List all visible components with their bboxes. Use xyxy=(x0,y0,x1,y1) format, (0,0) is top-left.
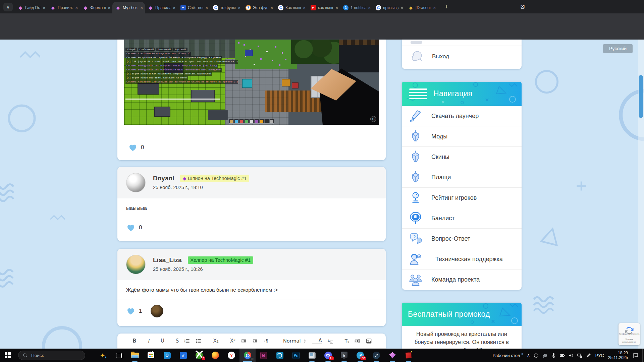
tab-close-icon[interactable]: × xyxy=(205,5,208,10)
taskbar-app-icon[interactable] xyxy=(304,349,320,362)
nav-menu-item[interactable]: Плащи xyxy=(402,167,522,188)
nav-menu-item[interactable]: Команда проекта xyxy=(402,269,522,290)
tray-chevron-icon[interactable]: ∧ xyxy=(527,353,530,358)
editor-toolbar-button[interactable]: ¶ xyxy=(263,337,270,345)
taskbar-app-icon[interactable]: 9+ xyxy=(320,349,336,362)
show-desktop-button[interactable] xyxy=(642,349,644,362)
editor-toolbar-button[interactable]: A xyxy=(327,337,333,345)
post-author[interactable]: Doyani xyxy=(153,175,174,182)
nav-menu-item[interactable]: ? Вопрос-Ответ xyxy=(402,229,522,249)
tab-close-icon[interactable]: × xyxy=(140,5,143,10)
start-button[interactable] xyxy=(5,352,11,358)
taskbar-app-icon[interactable] xyxy=(223,349,239,362)
editor-toolbar-button[interactable]: X₂ xyxy=(207,337,218,345)
tab-close-icon[interactable]: × xyxy=(238,5,240,10)
scrollbar-thumb[interactable] xyxy=(639,75,643,118)
taskbar-app-icon[interactable] xyxy=(368,349,384,362)
nav-menu-item[interactable]: Моды xyxy=(402,126,522,147)
taskbar-app-icon[interactable] xyxy=(384,349,400,362)
notification-center-icon[interactable] xyxy=(633,352,639,358)
new-tab-button[interactable]: + xyxy=(442,3,451,11)
tray-icon[interactable] xyxy=(568,353,574,358)
language-button[interactable]: Русский xyxy=(603,44,633,53)
tray-icon[interactable] xyxy=(542,353,548,358)
logout-item[interactable]: Выход xyxy=(411,50,449,64)
like-heart-icon[interactable] xyxy=(126,223,136,232)
window-control-button[interactable]: ✕ xyxy=(513,0,533,13)
toolbar-overflow-icon[interactable]: » xyxy=(521,352,524,356)
tray-icon[interactable] xyxy=(533,353,539,358)
recaptcha-badge[interactable]: Конфиденциальность ·Условия использовани… xyxy=(619,323,640,345)
browser-tab[interactable]: [Draconic × xyxy=(405,2,438,13)
post-author[interactable]: Lisa_Liza xyxy=(153,256,182,264)
editor-toolbar-button[interactable] xyxy=(252,337,258,345)
taskbar-app-icon[interactable] xyxy=(272,349,288,362)
taskbar-app-icon[interactable] xyxy=(111,349,127,362)
minecraft-screenshot[interactable]: ОбщийГлобальныйЛокальныйТорговый Система… xyxy=(124,40,379,125)
nav-menu-item[interactable]: Скачать лаунчер xyxy=(402,106,522,126)
tab-close-icon[interactable]: × xyxy=(75,5,78,10)
like-heart-icon[interactable] xyxy=(126,306,136,316)
browser-tab[interactable]: Счёт попо × xyxy=(177,2,210,13)
taskbar-clock[interactable]: 18:29 25.11.2025 xyxy=(608,351,628,360)
taskbar-app-icon[interactable] xyxy=(239,349,256,362)
taskbar-app-icon[interactable]: .33 xyxy=(352,349,368,362)
tab-close-icon[interactable]: × xyxy=(108,5,110,10)
taskbar-app-icon[interactable] xyxy=(336,349,352,362)
editor-toolbar-button[interactable]: Normal xyxy=(275,337,307,345)
keyboard-language[interactable]: РУС xyxy=(595,353,604,358)
tray-icon[interactable] xyxy=(551,353,556,358)
nav-menu-item[interactable]: Скины xyxy=(402,147,522,167)
editor-toolbar-button[interactable]: B xyxy=(126,337,136,345)
browser-tab[interactable]: призыв др × xyxy=(373,2,405,13)
nav-menu-item[interactable]: Рейтинг игроков xyxy=(402,188,522,208)
browser-tab[interactable]: 1 notificati × xyxy=(340,2,373,13)
nav-menu-item[interactable]: Банлист xyxy=(402,208,522,229)
tab-search-button[interactable]: ∨ xyxy=(3,3,13,11)
editor-toolbar-button[interactable]: A xyxy=(312,338,322,344)
browser-tab[interactable]: то функци × xyxy=(210,2,243,13)
taskbar-app-icon[interactable] xyxy=(143,349,159,362)
browser-tab[interactable]: Форма по × xyxy=(80,2,112,13)
taskbar-app-icon[interactable] xyxy=(95,349,111,362)
avatar[interactable] xyxy=(126,255,146,274)
tab-close-icon[interactable]: × xyxy=(43,5,45,10)
tab-close-icon[interactable]: × xyxy=(335,5,338,10)
tab-close-icon[interactable]: × xyxy=(433,5,436,10)
taskbar-app-icon[interactable] xyxy=(288,349,304,362)
editor-toolbar-button[interactable]: I xyxy=(141,337,149,345)
nav-menu-item[interactable]: Техническая поддержка xyxy=(402,249,522,269)
browser-tab[interactable]: Правила и × xyxy=(47,2,80,13)
like-heart-icon[interactable] xyxy=(128,143,138,152)
tab-close-icon[interactable]: × xyxy=(270,5,273,10)
browser-tab[interactable]: Мут без пр × xyxy=(112,2,145,13)
editor-toolbar-button[interactable]: T xyxy=(338,337,350,345)
taskbar-app-icon[interactable] xyxy=(207,349,223,362)
browser-tab[interactable]: Правила и × xyxy=(145,2,177,13)
editor-toolbar-button[interactable] xyxy=(354,337,361,345)
tab-close-icon[interactable]: × xyxy=(303,5,306,10)
editor-toolbar-button[interactable]: 123 xyxy=(184,337,190,345)
taskbar-app-icon[interactable] xyxy=(175,349,191,362)
editor-toolbar-button[interactable] xyxy=(240,337,247,345)
liker-avatar[interactable] xyxy=(151,305,163,317)
tray-icon[interactable] xyxy=(577,353,583,358)
browser-tab[interactable]: Как включ × xyxy=(275,2,308,13)
avatar[interactable] xyxy=(126,173,146,192)
taskbar-search[interactable]: Поиск xyxy=(18,351,85,360)
browser-tab[interactable]: Гайд Drac × xyxy=(15,2,47,13)
tray-icon[interactable] xyxy=(586,353,591,358)
tab-close-icon[interactable]: × xyxy=(173,5,175,10)
editor-toolbar-button[interactable]: S xyxy=(169,337,179,345)
taskbar-app-icon[interactable] xyxy=(256,349,272,362)
tab-close-icon[interactable]: × xyxy=(368,5,371,10)
tab-close-icon[interactable]: × xyxy=(400,5,403,10)
taskbar-app-icon[interactable] xyxy=(400,349,417,362)
browser-tab[interactable]: как включ × xyxy=(308,2,340,13)
taskbar-app-icon[interactable]: 3 xyxy=(191,349,207,362)
desktop-toolbar-label[interactable]: Рабочий стол xyxy=(493,353,520,358)
editor-toolbar-button[interactable]: U xyxy=(154,337,164,345)
editor-toolbar-button[interactable]: X² xyxy=(224,337,235,345)
taskbar-app-icon[interactable] xyxy=(127,349,143,362)
browser-tab[interactable]: Эта функц × xyxy=(243,2,275,13)
